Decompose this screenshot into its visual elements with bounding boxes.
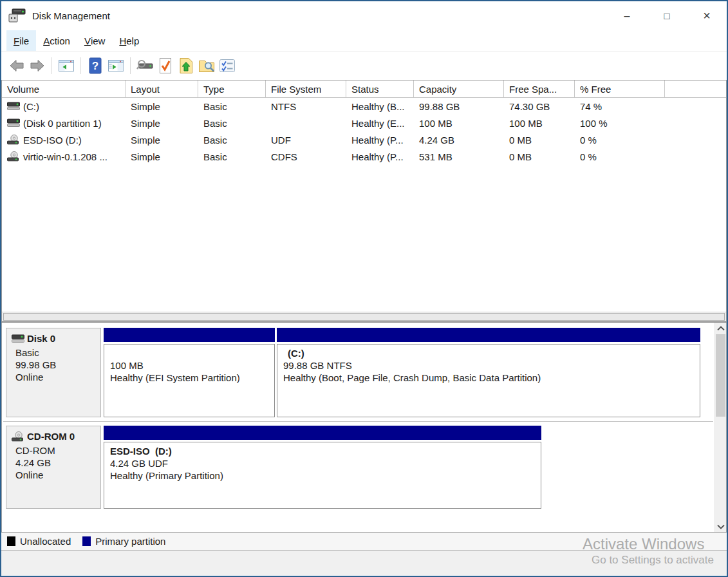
column-header-volume[interactable]: Volume (2, 80, 126, 97)
help-button[interactable]: ? (85, 55, 106, 76)
disk-management-window: Disk Management – □ × File Action View H… (0, 0, 728, 577)
unallocated-label: Unallocated (20, 536, 71, 547)
menu-file[interactable]: File (6, 30, 36, 51)
cd-rom-0-status: Online (12, 469, 95, 481)
menu-action[interactable]: Action (36, 30, 77, 51)
cd-rom-0-header[interactable]: CD-ROM 0 CD-ROM 4.24 GB Online (6, 426, 101, 509)
show-console-tree-button[interactable] (56, 55, 77, 76)
vertical-scrollbar[interactable] (714, 323, 726, 532)
menu-help[interactable]: Help (112, 30, 146, 51)
column-header-percent-free[interactable]: % Free (575, 80, 665, 97)
console-tree-icon (58, 58, 75, 73)
column-header-capacity[interactable]: Capacity (414, 80, 504, 97)
column-header-filler (665, 80, 726, 97)
close-button[interactable]: × (687, 1, 727, 30)
disk-group-separator (3, 421, 713, 422)
toolbar-separator (130, 57, 131, 74)
primary-partition-swatch (82, 536, 91, 546)
unallocated-swatch (7, 536, 15, 546)
primary-partition-label: Primary partition (95, 536, 165, 547)
volume-list-header: Volume Layout Type File System Status Ca… (2, 80, 726, 98)
disk-0-status: Online (12, 371, 95, 383)
check-document-icon (158, 57, 173, 74)
cd-rom-icon (7, 135, 20, 145)
action-pane-icon (107, 58, 124, 73)
column-header-file-system[interactable]: File System (266, 80, 346, 97)
disk-graph-pane: Disk 0 Basic 99.98 GB Online 100 MB Heal… (1, 323, 727, 532)
help-icon: ? (88, 57, 102, 74)
minimize-button[interactable]: – (607, 1, 647, 30)
horizontal-scrollbar[interactable] (2, 312, 726, 321)
cd-rom-0-name: CD-ROM 0 (27, 431, 75, 442)
menu-bar: File Action View Help (1, 30, 727, 52)
partition-efi-system[interactable]: 100 MB Healthy (EFI System Partition) (104, 328, 275, 417)
menu-view[interactable]: View (77, 30, 113, 51)
folder-up-icon (178, 57, 194, 74)
disk-0-size: 99.98 GB (12, 359, 95, 371)
back-icon (9, 58, 24, 73)
toolbar: ? (1, 52, 727, 80)
volume-list-pane: Volume Layout Type File System Status Ca… (1, 80, 727, 323)
cd-rom-0-group: CD-ROM 0 CD-ROM 4.24 GB Online ESD-ISO (… (5, 426, 711, 511)
hard-disk-icon (12, 334, 24, 344)
toolbar-separator (80, 57, 81, 74)
forward-button[interactable] (27, 55, 48, 76)
disk-0-name: Disk 0 (27, 333, 55, 344)
legend-bar: Unallocated Primary partition (1, 532, 727, 551)
rescan-disks-button[interactable] (135, 55, 155, 76)
svg-text:?: ? (92, 60, 98, 72)
show-action-pane-button[interactable] (106, 55, 126, 76)
volume-row-c[interactable]: (C:) Simple Basic NTFS Healthy (B... 99.… (2, 98, 726, 115)
cd-rom-icon (7, 151, 20, 162)
cd-rom-icon (12, 431, 24, 442)
status-bar (1, 551, 727, 575)
hard-disk-icon (7, 101, 20, 111)
vertical-scrollbar-thumb[interactable] (716, 334, 725, 417)
scroll-up-icon[interactable] (715, 323, 727, 334)
disk-0-group: Disk 0 Basic 99.98 GB Online 100 MB Heal… (5, 328, 711, 419)
volume-row-virtio-win[interactable]: virtio-win-0.1.208 ... Simple Basic CDFS… (2, 148, 726, 165)
partition-color-band (104, 426, 541, 440)
volume-row-esd-iso[interactable]: ESD-ISO (D:) Simple Basic UDF Healthy (P… (2, 131, 726, 148)
folder-search-icon (198, 58, 215, 73)
column-header-status[interactable]: Status (346, 80, 414, 97)
titlebar: Disk Management – □ × (1, 1, 727, 30)
disk-0-type: Basic (12, 346, 95, 359)
folder-up-button[interactable] (176, 55, 196, 76)
hard-disk-icon (7, 118, 20, 128)
check-disk-button[interactable] (155, 55, 176, 76)
partition-color-band (104, 328, 275, 342)
toolbar-separator (51, 57, 52, 74)
partition-d-esd-iso[interactable]: ESD-ISO (D:) 4.24 GB UDF Healthy (Primar… (104, 426, 541, 509)
forward-icon (30, 58, 45, 73)
window-controls: – □ × (607, 1, 727, 30)
disk-0-header[interactable]: Disk 0 Basic 99.98 GB Online (6, 328, 101, 417)
maximize-button[interactable]: □ (647, 1, 687, 30)
cd-rom-0-type: CD-ROM (12, 444, 95, 457)
volume-row-disk0-partition1[interactable]: (Disk 0 partition 1) Simple Basic Health… (2, 115, 726, 131)
column-header-layout[interactable]: Layout (126, 80, 198, 97)
rescan-disks-icon (136, 58, 154, 73)
partition-c-drive[interactable]: (C:) 99.88 GB NTFS Healthy (Boot, Page F… (277, 328, 700, 417)
disk-management-icon (8, 8, 26, 24)
properties-list-icon (219, 58, 236, 73)
properties-list-button[interactable] (217, 55, 238, 76)
folder-search-button[interactable] (196, 55, 217, 76)
back-button[interactable] (6, 55, 27, 76)
partition-color-band (277, 328, 700, 342)
horizontal-scrollbar-thumb[interactable] (3, 313, 725, 321)
column-header-free-space[interactable]: Free Spa... (504, 80, 575, 97)
cd-rom-0-size: 4.24 GB (12, 457, 95, 469)
window-title: Disk Management (32, 10, 110, 21)
scroll-down-icon[interactable] (715, 521, 727, 532)
column-header-type[interactable]: Type (198, 80, 266, 97)
